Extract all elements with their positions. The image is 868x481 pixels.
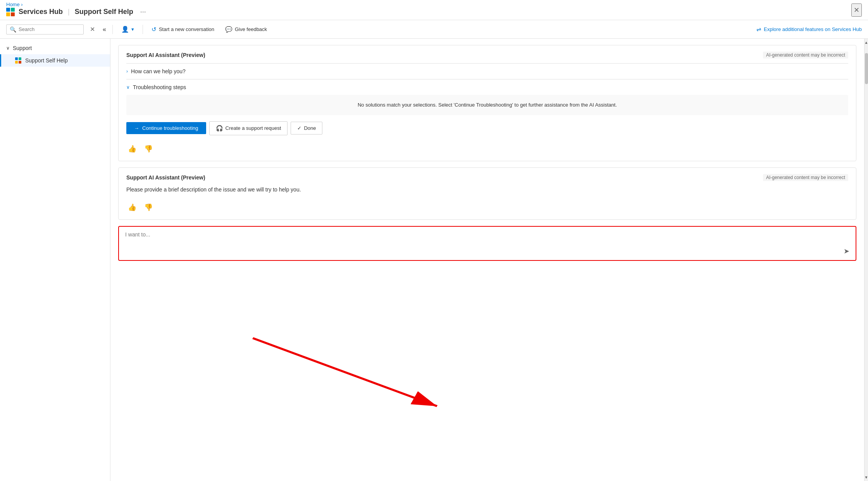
new-conversation-button[interactable]: ↺ Start a new conversation bbox=[148, 24, 218, 34]
close-window-button[interactable]: ✕ bbox=[851, 3, 862, 17]
card-2-header: Support AI Assistant (Preview) AI-genera… bbox=[126, 174, 848, 181]
explore-label: Explore additional features on Services … bbox=[764, 26, 862, 32]
card-1-header: Support AI Assistant (Preview) AI-genera… bbox=[126, 52, 848, 59]
feedback-label: Give feedback bbox=[235, 26, 267, 32]
headset-icon: 🎧 bbox=[216, 125, 223, 132]
sidebar-group-support[interactable]: ∨ Support bbox=[0, 42, 110, 54]
message-input[interactable] bbox=[125, 231, 849, 251]
feedback-icon: 💬 bbox=[225, 26, 232, 33]
checkmark-icon: ✓ bbox=[297, 125, 301, 131]
done-label: Done bbox=[304, 125, 316, 131]
title-ellipsis-menu[interactable]: ··· bbox=[140, 8, 146, 16]
accordion-troubleshooting: ∨ Troubleshooting steps No solutions mat… bbox=[126, 79, 848, 115]
accordion-help: › How can we help you? bbox=[126, 63, 848, 76]
send-button[interactable]: ➤ bbox=[844, 247, 849, 255]
content-area: Support AI Assistant (Preview) AI-genera… bbox=[110, 39, 864, 481]
input-section: ➤ bbox=[118, 226, 856, 261]
troubleshooting-message: No solutions match your selections. Sele… bbox=[133, 101, 842, 109]
thumbs-down-button-1[interactable]: 👎 bbox=[143, 143, 154, 155]
breadcrumb[interactable]: Home › bbox=[6, 2, 23, 7]
user-dropdown-chevron: ▾ bbox=[131, 26, 134, 32]
search-icon: 🔍 bbox=[10, 26, 16, 33]
app-name-text: Services Hub bbox=[19, 8, 63, 16]
thumbs-down-button-2[interactable]: 👎 bbox=[143, 202, 154, 213]
title-bar: Home › Services Hub | Support Self Help … bbox=[0, 0, 868, 20]
sidebar-item-support-self-help[interactable]: Support Self Help bbox=[0, 54, 110, 67]
main-layout: ∨ Support Support Self Help Support AI A… bbox=[0, 39, 868, 481]
accordion-help-label: How can we help you? bbox=[131, 68, 186, 74]
collapse-button[interactable]: « bbox=[101, 24, 108, 34]
app-logo: Services Hub | Support Self Help ··· bbox=[6, 8, 146, 16]
create-support-request-button[interactable]: 🎧 Create a support request bbox=[209, 121, 288, 135]
breadcrumb-home-link[interactable]: Home bbox=[6, 2, 20, 7]
sidebar-item-icon bbox=[15, 57, 21, 64]
card-2: Support AI Assistant (Preview) AI-genera… bbox=[118, 167, 856, 220]
done-button[interactable]: ✓ Done bbox=[291, 122, 322, 134]
send-icon: ➤ bbox=[844, 247, 849, 255]
toolbar-separator-2 bbox=[143, 25, 143, 34]
sidebar-item-label: Support Self Help bbox=[25, 57, 68, 64]
title-separator: | bbox=[68, 8, 70, 16]
app-name: Services Hub | Support Self Help bbox=[19, 8, 133, 16]
accordion-help-chevron: › bbox=[126, 69, 128, 74]
user-icon: 👤 bbox=[121, 26, 129, 33]
card-2-feedback-row: 👍 👎 bbox=[126, 198, 848, 213]
accordion-troubleshooting-label: Troubleshooting steps bbox=[133, 84, 186, 90]
search-box[interactable]: 🔍 bbox=[6, 24, 84, 34]
logo-icon bbox=[6, 8, 15, 16]
svg-line-1 bbox=[253, 338, 437, 406]
breadcrumb-chevron: › bbox=[21, 2, 22, 7]
new-conversation-label: Start a new conversation bbox=[159, 26, 214, 32]
search-clear-button[interactable]: ✕ bbox=[87, 24, 98, 34]
card-2-title: Support AI Assistant (Preview) bbox=[126, 174, 205, 181]
sidebar: ∨ Support Support Self Help bbox=[0, 39, 110, 481]
scrollbar-thumb[interactable] bbox=[865, 53, 868, 84]
card-1: Support AI Assistant (Preview) AI-genera… bbox=[118, 45, 856, 161]
toolbar-separator-1 bbox=[112, 25, 113, 34]
accordion-troubleshooting-header[interactable]: ∨ Troubleshooting steps bbox=[126, 83, 848, 92]
toolbar: 🔍 ✕ « 👤 ▾ ↺ Start a new conversation 💬 G… bbox=[0, 20, 868, 39]
sidebar-group-chevron: ∨ bbox=[6, 45, 10, 51]
scroll-up-arrow[interactable]: ▲ bbox=[864, 40, 868, 45]
feedback-button[interactable]: 💬 Give feedback bbox=[221, 24, 271, 34]
app-section-text: Support Self Help bbox=[75, 8, 133, 16]
thumbs-up-button-1[interactable]: 👍 bbox=[126, 143, 138, 155]
scroll-down-arrow[interactable]: ▼ bbox=[864, 474, 868, 480]
thumbs-up-button-2[interactable]: 👍 bbox=[126, 202, 138, 213]
create-support-label: Create a support request bbox=[226, 125, 281, 131]
refresh-icon: ↺ bbox=[152, 26, 157, 33]
sidebar-group-label: Support bbox=[13, 45, 32, 51]
troubleshooting-body: No solutions match your selections. Sele… bbox=[126, 95, 848, 115]
explore-icon: ⇌ bbox=[756, 26, 761, 33]
continue-troubleshooting-label: Continue troubleshooting bbox=[142, 125, 198, 131]
card-2-description: Please provide a brief description of th… bbox=[126, 186, 848, 194]
continue-troubleshooting-button[interactable]: → Continue troubleshooting bbox=[126, 122, 206, 134]
explore-features-link[interactable]: ⇌ Explore additional features on Service… bbox=[756, 26, 862, 33]
input-box-wrapper: ➤ bbox=[118, 226, 856, 261]
search-input[interactable] bbox=[19, 26, 73, 32]
card-1-feedback-row: 👍 👎 bbox=[126, 140, 848, 155]
user-profile-button[interactable]: 👤 ▾ bbox=[117, 24, 138, 34]
accordion-help-header[interactable]: › How can we help you? bbox=[126, 67, 848, 76]
action-buttons: → Continue troubleshooting 🎧 Create a su… bbox=[126, 121, 848, 135]
arrow-right-icon: → bbox=[134, 125, 139, 131]
card-1-badge: AI-generated content may be incorrect bbox=[763, 52, 848, 59]
scrollbar-track: ▲ ▼ bbox=[864, 39, 868, 481]
accordion-troubleshooting-chevron: ∨ bbox=[126, 84, 130, 90]
card-1-title: Support AI Assistant (Preview) bbox=[126, 52, 205, 58]
card-2-badge: AI-generated content may be incorrect bbox=[763, 174, 848, 181]
